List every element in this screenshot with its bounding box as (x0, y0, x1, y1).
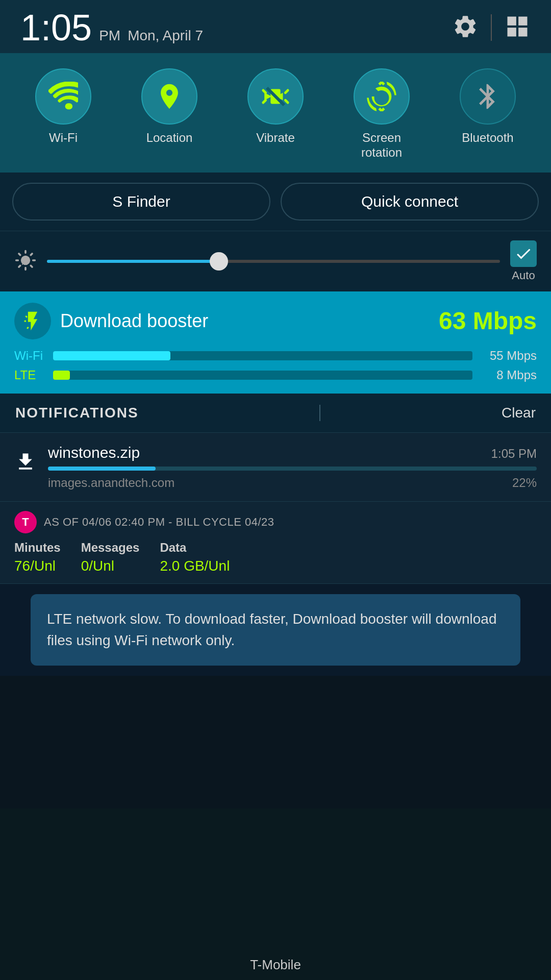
wifi-bar-label: Wi-Fi (14, 349, 45, 363)
auto-label: Auto (512, 269, 535, 282)
data-stat: Data 2.0 GB/Unl (160, 541, 230, 574)
lte-bar-fill (53, 371, 70, 380)
date-display: Mon, April 7 (128, 28, 203, 44)
lte-bar-track (53, 371, 472, 380)
tmobile-stats: Minutes 76/Unl Messages 0/Unl Data 2.0 G… (14, 541, 537, 574)
wifi-bar-fill (53, 351, 170, 360)
booster-icon (14, 303, 51, 339)
location-toggle-label: Location (146, 131, 193, 145)
download-filename: winstones.zip (48, 444, 140, 461)
tmobile-header: T AS OF 04/06 02:40 PM - BILL CYCLE 04/2… (14, 511, 537, 533)
status-bar: 1:05 PM Mon, April 7 (0, 0, 551, 53)
minutes-value: 76/Unl (14, 558, 61, 574)
notif-top-row: winstones.zip 1:05 PM (48, 444, 537, 461)
booster-header: Download booster 63 Mbps (14, 303, 537, 339)
booster-title: Download booster (60, 310, 208, 332)
slider-track (47, 260, 500, 263)
brightness-icon: A (14, 249, 37, 274)
booster-speed: 63 Mbps (439, 307, 537, 335)
brightness-control: A Auto (0, 231, 551, 291)
quick-toggles-panel: Wi-Fi Location Vibrate (0, 53, 551, 173)
settings-icon[interactable] (452, 13, 479, 42)
tmobile-notification: T AS OF 04/06 02:40 PM - BILL CYCLE 04/2… (0, 502, 551, 584)
location-toggle[interactable]: Location (141, 68, 197, 145)
sfinder-button[interactable]: S Finder (12, 183, 270, 220)
carrier-bar: T-Mobile (0, 950, 551, 980)
data-label: Data (160, 541, 230, 555)
vibrate-toggle-label: Vibrate (256, 131, 295, 145)
download-percent: 22% (512, 476, 537, 490)
download-progress-bar (48, 467, 537, 471)
lte-bar-row: LTE 8 Mbps (14, 368, 537, 382)
minutes-label: Minutes (14, 541, 61, 555)
tooltip-container: LTE network slow. To download faster, Do… (0, 584, 551, 676)
auto-checkbox[interactable] (510, 240, 537, 267)
lte-tooltip: LTE network slow. To download faster, Do… (31, 594, 520, 666)
multitask-icon[interactable] (504, 13, 531, 42)
lte-bar-label: LTE (14, 368, 45, 382)
wifi-bar-row: Wi-Fi 55 Mbps (14, 349, 537, 363)
notif-bottom-row: images.anandtech.com 22% (48, 476, 537, 490)
minutes-stat: Minutes 76/Unl (14, 541, 61, 574)
auto-brightness-toggle[interactable]: Auto (510, 240, 537, 282)
messages-value: 0/Unl (81, 558, 140, 574)
download-time: 1:05 PM (491, 447, 537, 461)
svg-rect-3 (518, 28, 527, 36)
status-icons (452, 13, 531, 42)
screen-rotation-toggle-circle[interactable] (354, 68, 410, 125)
data-value: 2.0 GB/Unl (160, 558, 230, 574)
notifications-header: NOTIFICATIONS Clear (0, 394, 551, 433)
vibrate-toggle[interactable]: Vibrate (247, 68, 304, 145)
tmobile-bill-info: AS OF 04/06 02:40 PM - BILL CYCLE 04/23 (44, 516, 274, 529)
background-content (0, 676, 551, 808)
wifi-bar-value: 55 Mbps (481, 349, 537, 363)
vibrate-toggle-circle[interactable] (247, 68, 304, 125)
quick-connect-button[interactable]: Quick connect (281, 183, 539, 220)
svg-point-5 (66, 103, 72, 109)
bluetooth-toggle-label: Bluetooth (462, 131, 513, 145)
brightness-slider[interactable] (47, 260, 500, 263)
quick-buttons-row: S Finder Quick connect (0, 173, 551, 231)
clock-ampm: PM (99, 28, 120, 44)
download-booster-panel: Download booster 63 Mbps Wi-Fi 55 Mbps L… (0, 291, 551, 394)
notif-header-divider (319, 405, 320, 421)
tooltip-text: LTE network slow. To download faster, Do… (47, 611, 496, 648)
wifi-bar-track (53, 351, 472, 360)
slider-fill (47, 260, 219, 263)
messages-label: Messages (81, 541, 140, 555)
status-time: 1:05 PM Mon, April 7 (20, 9, 203, 46)
bluetooth-toggle-circle[interactable] (460, 68, 516, 125)
download-icon (14, 448, 37, 478)
clear-notifications-button[interactable]: Clear (502, 405, 536, 421)
screen-rotation-toggle-label: Screen rotation (361, 131, 402, 160)
bluetooth-toggle[interactable]: Bluetooth (460, 68, 516, 145)
download-progress-fill (48, 467, 156, 471)
download-notification: winstones.zip 1:05 PM images.anandtech.c… (0, 433, 551, 502)
messages-stat: Messages 0/Unl (81, 541, 140, 574)
location-toggle-circle[interactable] (141, 68, 197, 125)
booster-bars: Wi-Fi 55 Mbps LTE 8 Mbps (14, 349, 537, 382)
slider-thumb[interactable] (210, 252, 228, 271)
svg-rect-1 (518, 17, 527, 26)
download-notif-content: winstones.zip 1:05 PM images.anandtech.c… (48, 444, 537, 490)
wifi-toggle-circle[interactable] (35, 68, 91, 125)
svg-rect-2 (508, 28, 516, 36)
notifications-title: NOTIFICATIONS (15, 405, 139, 421)
booster-left: Download booster (14, 303, 208, 339)
tmobile-logo: T (14, 511, 37, 533)
lte-bar-value: 8 Mbps (481, 368, 537, 382)
download-source: images.anandtech.com (48, 476, 174, 490)
svg-rect-0 (508, 17, 516, 26)
svg-text:A: A (22, 257, 28, 266)
wifi-toggle[interactable]: Wi-Fi (35, 68, 91, 145)
status-divider (491, 14, 492, 41)
carrier-name: T-Mobile (250, 957, 301, 972)
clock-time: 1:05 (20, 9, 92, 46)
wifi-toggle-label: Wi-Fi (49, 131, 78, 145)
screen-rotation-toggle[interactable]: Screen rotation (354, 68, 410, 160)
